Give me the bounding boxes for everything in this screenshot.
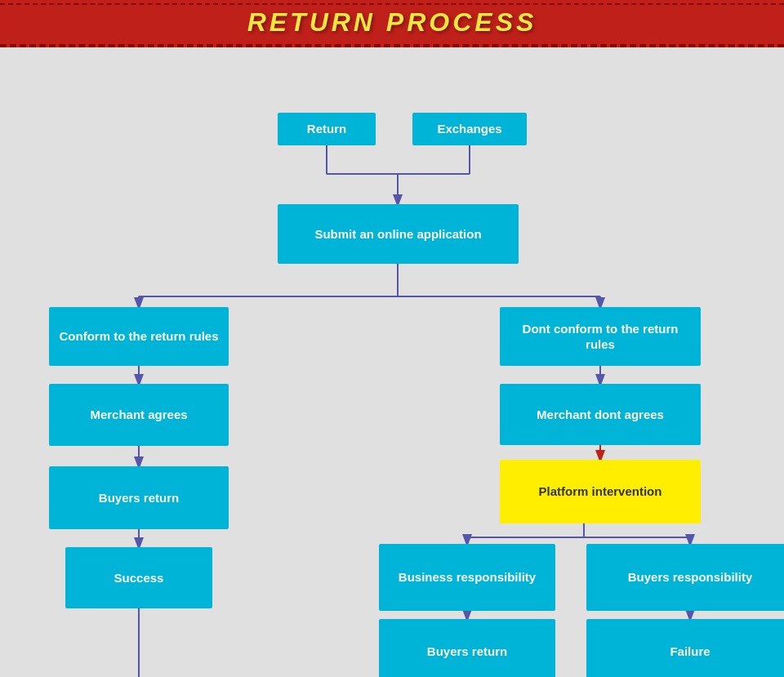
return-box: Return xyxy=(278,113,376,145)
success-box: Success xyxy=(65,547,212,608)
header: RETURN PROCESS xyxy=(0,0,784,47)
merchant-agrees-box: Merchant agrees xyxy=(49,384,229,446)
failure-box: Failure xyxy=(586,619,784,677)
platform-box: Platform intervention xyxy=(500,460,701,523)
buyers-return-left-box: Buyers return xyxy=(49,466,229,529)
diagram: Return Exchanges Submit an online applic… xyxy=(0,47,784,677)
dont-conform-box: Dont conform to the return rules xyxy=(500,307,701,366)
submit-box: Submit an online application xyxy=(278,204,519,264)
exchanges-box: Exchanges xyxy=(412,113,527,145)
merchant-dont-box: Merchant dont agrees xyxy=(500,384,701,445)
buyers-resp-box: Buyers responsibility xyxy=(586,544,784,611)
page-wrapper: RETURN PROCESS xyxy=(0,0,784,677)
buyers-return-right-box: Buyers return xyxy=(379,619,555,677)
page-title: RETURN PROCESS xyxy=(247,7,537,38)
business-resp-box: Business responsibility xyxy=(379,544,555,611)
conform-box: Conform to the return rules xyxy=(49,307,229,366)
